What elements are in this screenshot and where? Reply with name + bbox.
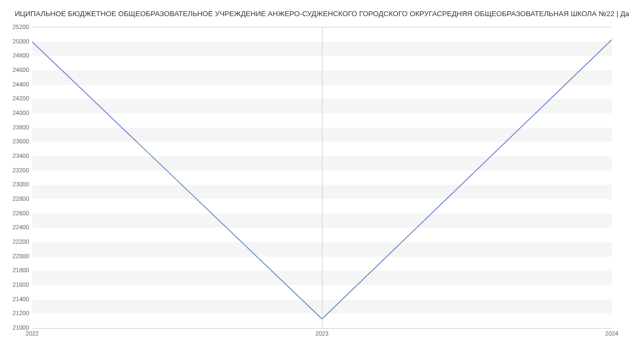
y-tick-label: 24400 [2,81,29,88]
x-tick-label: 2023 [316,330,328,337]
y-tick-label: 21800 [2,267,29,273]
x-tick-label: 2024 [605,330,618,337]
y-tick-label: 24600 [2,67,29,73]
y-tick-label: 22600 [2,210,29,216]
x-tick-label: 2022 [26,330,39,337]
gridline-vertical [322,27,323,328]
y-tick-label: 23600 [2,138,29,144]
y-tick-label: 21000 [2,324,29,331]
y-tick-label: 21400 [2,296,29,302]
y-tick-label: 24000 [2,110,29,116]
y-tick-label: 22400 [2,224,29,230]
y-tick-label: 23800 [2,124,29,130]
chart-title: ИЦИПАЛЬНОЕ БЮДЖЕТНОЕ ОБЩЕОБРАЗОВАТЕЛЬНОЕ… [0,10,644,18]
y-tick-label: 23000 [2,181,29,187]
y-tick-label: 22000 [2,253,29,259]
y-tick-label: 24200 [2,95,29,101]
y-tick-label: 23400 [2,152,29,159]
y-tick-label: 25200 [2,24,29,30]
y-tick-label: 22200 [2,238,29,245]
y-tick-label: 23200 [2,167,29,173]
y-tick-label: 22800 [2,195,29,202]
y-tick-label: 21200 [2,310,29,316]
y-tick-label: 25000 [2,38,29,45]
y-tick-label: 24800 [2,52,29,59]
chart-container: ИЦИПАЛЬНОЕ БЮДЖЕТНОЕ ОБЩЕОБРАЗОВАТЕЛЬНОЕ… [0,0,644,349]
y-tick-label: 21600 [2,281,29,288]
